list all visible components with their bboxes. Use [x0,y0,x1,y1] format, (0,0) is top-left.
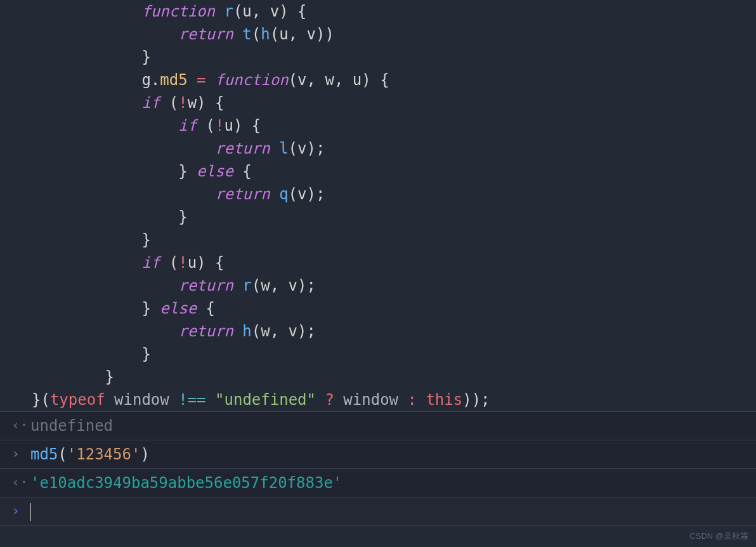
code-line[interactable]: if (!w) { [32,91,756,114]
code-line[interactable]: } else { [32,297,756,320]
output-icon: ‹· [11,414,23,435]
console-line-out: ‹·'e10adc3949ba59abbe56e057f20f883e' [0,469,756,498]
code-line[interactable]: if (!u) { [32,114,756,137]
code-line[interactable]: return t(h(u, v)) [32,23,756,46]
input-icon: › [11,443,23,464]
code-line[interactable]: } [32,343,756,366]
code-line[interactable]: } [32,206,756,228]
console-content: 'e10adc3949ba59abbe56e057f20f883e' [30,471,745,494]
watermark: CSDN @吴秋霖 [689,530,748,543]
console[interactable]: ‹·undefined›md5('123456')‹·'e10adc3949ba… [0,412,756,526]
code-line[interactable]: } else { [32,160,756,183]
console-content: md5('123456') [30,443,745,466]
code-line[interactable]: function r(u, v) { [32,0,756,23]
console-line-in[interactable]: ›md5('123456') [0,440,756,469]
input-icon: › [11,500,23,521]
code-line[interactable]: } [32,46,756,69]
code-line[interactable]: } [32,366,756,388]
code-line[interactable]: } [32,228,756,251]
code-line[interactable]: if (!u) { [32,251,756,274]
code-line[interactable]: return l(v); [32,137,756,160]
code-line[interactable]: g.md5 = function(v, w, u) { [32,69,756,91]
code-line[interactable]: }(typeof window !== "undefined" ? window… [32,388,756,411]
console-line-prompt[interactable]: › [0,498,756,526]
code-line[interactable]: return h(w, v); [32,320,756,343]
code-editor[interactable]: function r(u, v) { return t(h(u, v)) } g… [0,0,756,412]
output-icon: ‹· [11,471,23,492]
code-line[interactable]: return q(v); [32,183,756,206]
cursor [30,503,31,521]
console-content [30,500,745,523]
console-content: undefined [30,414,745,437]
code-line[interactable]: return r(w, v); [32,274,756,297]
console-line-out: ‹·undefined [0,412,756,440]
